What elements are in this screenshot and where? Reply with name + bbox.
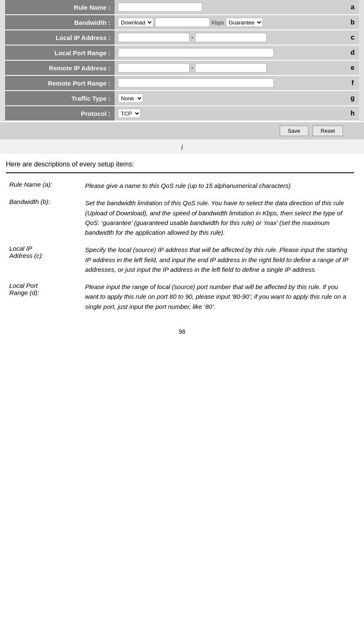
ip-dash-c: - <box>191 34 193 41</box>
def-local-ip: Specify the local (source) IP address th… <box>82 237 354 274</box>
protocol-label: Protocol : <box>5 106 115 121</box>
term-bandwidth: Bandwidth (b): <box>6 190 82 237</box>
letter-i: i <box>181 144 183 151</box>
traffic-type-select[interactable]: None VOIP Video Data <box>118 94 143 103</box>
qos-type-select[interactable]: Guarantee Max <box>226 18 263 27</box>
desc-section: Here are descriptions of every setup ite… <box>0 154 364 320</box>
local-ip-label: Local IP Address : <box>5 30 115 45</box>
letter-b: b <box>346 15 359 30</box>
rule-name-input-cell <box>115 0 346 15</box>
protocol-select[interactable]: TCP UDP Both <box>118 109 141 118</box>
table-row: Remote IP Address : - e <box>5 60 359 75</box>
local-ip-end-input[interactable] <box>195 33 267 42</box>
remote-port-input[interactable] <box>118 78 274 88</box>
bandwidth-row: Download Upload Kbps Guarantee Max <box>118 18 343 27</box>
reset-button[interactable]: Reset <box>313 126 343 136</box>
save-button[interactable]: Save <box>280 126 308 136</box>
traffic-type-label: Traffic Type : <box>5 91 115 106</box>
letter-d: d <box>346 45 359 60</box>
letter-g: g <box>346 91 359 106</box>
remote-ip-end-input[interactable] <box>195 63 267 72</box>
remote-ip-input-cell: - <box>115 60 346 75</box>
local-ip-input-cell: - <box>115 30 346 45</box>
table-row: Remote Port Range : f <box>5 75 359 91</box>
def-local-port: Please input the range of local (source)… <box>82 274 354 311</box>
local-port-label: Local Port Range : <box>5 45 115 60</box>
kbps-label: Kbps <box>211 19 224 26</box>
desc-table: Rule Name (a): Please give a name to thi… <box>6 173 354 311</box>
bandwidth-label: Bandwidth : <box>5 15 115 30</box>
form-section: Rule Name : a Bandwidth : Download Uploa… <box>0 0 364 139</box>
desc-row-local-ip: Local IP Address (c): Specify the local … <box>6 237 354 274</box>
table-row: Protocol : TCP UDP Both h <box>5 106 359 121</box>
remote-port-input-cell <box>115 75 346 91</box>
local-port-input[interactable] <box>118 48 274 57</box>
letter-c: c <box>346 30 359 45</box>
buttons-row: Save Reset <box>0 121 364 139</box>
traffic-type-input-cell: None VOIP Video Data <box>115 91 346 106</box>
remote-ip-start-input[interactable] <box>118 63 190 72</box>
letter-e: e <box>346 60 359 75</box>
protocol-input-cell: TCP UDP Both <box>115 106 346 121</box>
rule-name-label: Rule Name : <box>5 0 115 15</box>
page-wrapper: Rule Name : a Bandwidth : Download Uploa… <box>0 0 364 622</box>
term-local-port: Local Port Range (d): <box>6 274 82 311</box>
local-ip-start-input[interactable] <box>118 33 190 42</box>
desc-row-bandwidth: Bandwidth (b): Set the bandwidth limitat… <box>6 190 354 237</box>
table-row: Rule Name : a <box>5 0 359 15</box>
letter-f: f <box>346 75 359 91</box>
page-number: 98 <box>0 320 364 339</box>
term-local-ip: Local IP Address (c): <box>6 237 82 274</box>
desc-row-rule-name: Rule Name (a): Please give a name to thi… <box>6 173 354 190</box>
desc-row-local-port: Local Port Range (d): Please input the r… <box>6 274 354 311</box>
remote-port-label: Remote Port Range : <box>5 75 115 91</box>
ip-dash-e: - <box>191 64 193 72</box>
remote-ip-row: - <box>118 63 343 72</box>
local-port-input-cell <box>115 45 346 60</box>
def-rule-name: Please give a name to this QoS rule (up … <box>82 173 354 190</box>
desc-intro: Here are descriptions of every setup ite… <box>6 161 354 168</box>
table-row: Traffic Type : None VOIP Video Data g <box>5 91 359 106</box>
bandwidth-input-cell: Download Upload Kbps Guarantee Max <box>115 15 346 30</box>
remote-ip-label: Remote IP Address : <box>5 60 115 75</box>
def-bandwidth: Set the bandwidth limitation of this QoS… <box>82 190 354 237</box>
term-rule-name: Rule Name (a): <box>6 173 82 190</box>
bandwidth-value-input[interactable] <box>155 18 210 27</box>
table-row: Bandwidth : Download Upload Kbps Guarant… <box>5 15 359 30</box>
letter-a: a <box>346 0 359 15</box>
bandwidth-direction-select[interactable]: Download Upload <box>118 18 153 27</box>
table-row: Local Port Range : d <box>5 45 359 60</box>
local-ip-row: - <box>118 33 343 42</box>
letter-i-row: i <box>0 139 364 154</box>
rule-name-input[interactable] <box>118 3 202 12</box>
letter-h: h <box>346 106 359 121</box>
table-row: Local IP Address : - c <box>5 30 359 45</box>
qos-form: Rule Name : a Bandwidth : Download Uploa… <box>5 0 359 121</box>
